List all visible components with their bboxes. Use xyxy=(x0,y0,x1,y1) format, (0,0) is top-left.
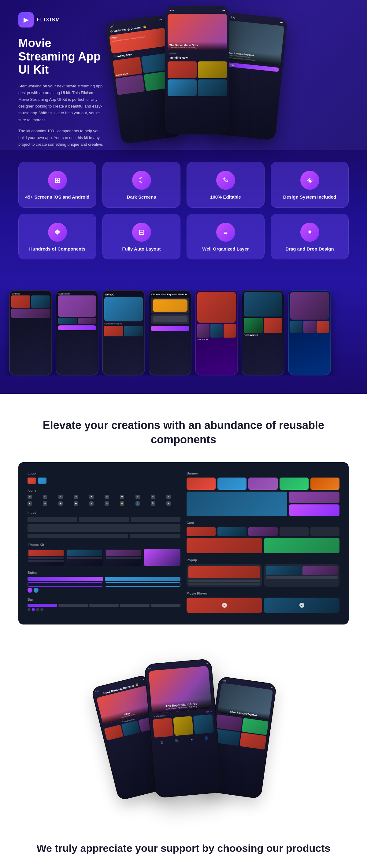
footer-title: We truly appreciate your support by choo… xyxy=(18,841,349,856)
icon-dot-2: ☾ xyxy=(43,495,47,499)
feature-card-5: ⊟ Fully Auto Layout xyxy=(103,214,180,260)
comp-movie-player-section: Movie Player ▶ ▶ xyxy=(187,591,339,613)
bar-item-3 xyxy=(89,604,119,607)
bar-dot-4 xyxy=(40,608,44,611)
logo-area: ▶ FLIXISM xyxy=(18,12,104,28)
bar-item-2 xyxy=(58,604,88,607)
feature-card-4: ❖ Hundreds of Components xyxy=(18,214,96,260)
hero-movie-banner: The Super Mario Bros Animation • Adventu… xyxy=(168,14,227,51)
hero-title: Movie Streaming App UI Kit xyxy=(18,37,104,77)
movie-thumb-1: Strange World xyxy=(113,57,142,77)
banner-item-2 xyxy=(218,477,247,490)
icon-dot-17: 🔔 xyxy=(120,501,124,506)
comp-iphone-section: iPhone Kit xyxy=(28,543,180,566)
feature-card-6: ≡ Well Organized Layer xyxy=(187,214,264,260)
logo-icon: ▶ xyxy=(18,12,34,28)
comp-btn-outline-1 xyxy=(28,582,103,587)
icon-dot-8: ≡ xyxy=(136,495,140,499)
banner-item-3 xyxy=(248,477,277,490)
banner-item-large-1 xyxy=(187,492,287,516)
status-bar-2: 9:41 ▪▪▪ xyxy=(168,8,227,12)
screenshot-5: SPIDER-M... xyxy=(195,290,238,375)
comp-popup-label: Popup xyxy=(187,558,339,562)
feature-icon-4: ❖ xyxy=(48,223,67,242)
icon-dot-20: ⊠ xyxy=(166,501,171,506)
card-item-2 xyxy=(218,527,247,536)
bp-movie-hero-right: Silver Linings Playbook xyxy=(217,683,273,720)
comp-movie-player-label: Movie Player xyxy=(187,591,339,595)
bar-dot-3 xyxy=(36,608,39,611)
movie-grid: Strange World xyxy=(113,53,173,95)
comp-icon-btn-1 xyxy=(28,588,32,593)
comp-left-col: Logo Icons ⊞ ☾ ⊛ ◈ ✦ ⊟ ❖ ≡ ✎ xyxy=(28,471,180,615)
feature-icon-3: ◈ xyxy=(300,171,319,190)
movie-thumb-5 xyxy=(168,61,197,78)
movie-player-2: ▶ xyxy=(264,598,339,613)
comp-phone-grid xyxy=(28,549,180,566)
movie-grid-2 xyxy=(168,61,227,96)
feature-icon-0: ⊞ xyxy=(48,171,67,190)
feature-label-0: 45+ Screens iOS and Android xyxy=(25,194,90,200)
card-tall-1 xyxy=(187,538,262,553)
screenshots-section: Settings Subscription xyxy=(0,284,367,394)
icon-dot-3: ⊛ xyxy=(58,495,63,499)
card-item-1 xyxy=(187,527,216,536)
feature-label-5: Fully Auto Layout xyxy=(122,246,161,252)
comp-icons-grid: ⊞ ☾ ⊛ ◈ ✦ ⊟ ❖ ≡ ✎ ⊕ xyxy=(28,495,180,499)
bottom-phones-showcase: 9:41▪▪▪ Good Morning, Domenic 👋 Argo Sus… xyxy=(18,643,349,796)
comp-phone-2 xyxy=(66,549,103,566)
comp-phone-4 xyxy=(144,549,181,566)
banner-item-5 xyxy=(310,477,339,490)
bar-item-5 xyxy=(151,604,180,607)
input-field-2 xyxy=(79,517,129,522)
comp-btn-primary-1 xyxy=(28,577,103,581)
popup-item-2 xyxy=(264,564,339,587)
comp-input-section: Input xyxy=(28,510,180,538)
components-showcase: Logo Icons ⊞ ☾ ⊛ ◈ ✦ ⊟ ❖ ≡ ✎ xyxy=(18,462,349,624)
movie-thumb-3 xyxy=(115,74,145,95)
hero-section: ▶ FLIXISM Movie Streaming App UI Kit Sta… xyxy=(0,0,367,394)
screenshot-2: Subscription xyxy=(56,290,98,375)
logo-swatch-1 xyxy=(28,477,36,484)
feature-card-1: ☾ Dark Screens xyxy=(103,162,180,208)
feature-label-7: Drag and Drop Design xyxy=(285,246,334,252)
comp-logo-label: Logo xyxy=(28,471,180,475)
comp-right-col: Banner Card xyxy=(187,471,339,615)
movie-thumb-8 xyxy=(198,80,227,96)
feature-label-3: Design System Included xyxy=(283,194,336,200)
footer-section: We truly appreciate your support by choo… xyxy=(0,826,367,868)
feature-icon-5: ⊟ xyxy=(132,223,151,242)
bar-item-4 xyxy=(120,604,149,607)
comp-button-section: Button xyxy=(28,571,180,593)
features-grid-row2: ❖ Hundreds of Components ⊟ Fully Auto La… xyxy=(18,214,349,260)
comp-banner-section: Banner xyxy=(187,471,339,516)
bottom-phone-center: 9:41▪▪▪ The Super Mario Bros Animation •… xyxy=(144,658,223,798)
comp-input-label: Input xyxy=(28,510,180,514)
brand-name: FLIXISM xyxy=(37,17,60,23)
icon-dot-19: 🔍 xyxy=(151,501,155,506)
comp-card-section: Card xyxy=(187,521,339,553)
comp-banner-label: Banner xyxy=(187,471,339,475)
feature-icon-6: ≡ xyxy=(216,223,235,242)
icon-dot-14: ▶ xyxy=(74,501,78,506)
input-field-1 xyxy=(28,517,77,522)
icon-dot-11: ♥ xyxy=(28,501,32,506)
hero-description: Start working on your next movie streami… xyxy=(18,83,104,123)
trending-label-2: Trending Now xyxy=(169,56,225,59)
feature-card-7: ✦ Drag and Drop Design xyxy=(271,214,349,260)
comp-icons-label: Icons xyxy=(28,489,180,492)
icon-dot-7: ❖ xyxy=(120,495,124,499)
input-field-3 xyxy=(131,517,180,522)
feature-icon-2: ✎ xyxy=(216,171,235,190)
icon-dot-13: ◉ xyxy=(58,501,63,506)
input-field-4 xyxy=(28,534,128,538)
feature-label-2: 100% Editable xyxy=(210,194,241,200)
movie-thumb-6 xyxy=(198,61,227,78)
screenshot-3: GWWC Continue Watching xyxy=(102,290,145,375)
screenshot-1: Settings xyxy=(9,290,52,375)
icon-dot-4: ◈ xyxy=(74,495,78,499)
icon-dot-18: 👤 xyxy=(136,501,140,506)
icon-dot-6: ⊟ xyxy=(105,495,109,499)
logo-swatch-2 xyxy=(38,477,47,484)
comp-icons-grid-2: ♥ ★ ◉ ▶ ⏸ ⚙ 🔔 👤 🔍 ⊠ xyxy=(28,501,180,506)
